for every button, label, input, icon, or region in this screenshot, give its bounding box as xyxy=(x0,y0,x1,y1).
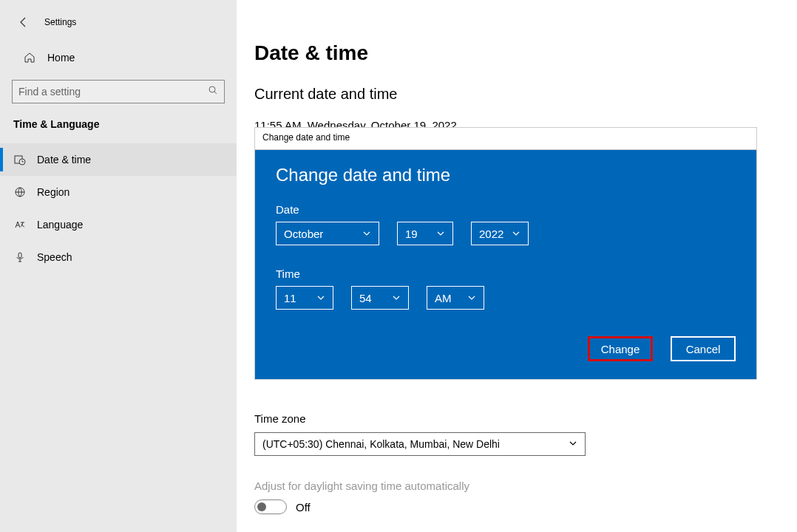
toggle-knob xyxy=(257,502,266,511)
month-value: October xyxy=(284,228,323,240)
ampm-value: AM xyxy=(435,292,452,304)
microphone-icon xyxy=(13,251,27,263)
dialog-heading: Change date and time xyxy=(276,165,736,185)
search-input[interactable] xyxy=(18,86,208,98)
search-box[interactable] xyxy=(12,80,225,103)
nav-item-region[interactable]: Region xyxy=(0,176,237,208)
chevron-down-icon xyxy=(316,292,325,304)
nav-label: Date & time xyxy=(37,154,91,166)
nav-label: Language xyxy=(37,219,83,231)
chevron-down-icon xyxy=(467,292,476,304)
globe-icon xyxy=(13,186,27,198)
language-icon xyxy=(13,219,27,231)
current-date-time-heading: Current date and time xyxy=(254,86,773,103)
home-label: Home xyxy=(47,52,75,64)
dialog-body: Change date and time Date October 19 202… xyxy=(255,150,756,379)
year-value: 2022 xyxy=(479,228,503,240)
timezone-value: (UTC+05:30) Chennai, Kolkata, Mumbai, Ne… xyxy=(262,438,500,450)
time-row: 11 54 AM xyxy=(276,286,736,310)
calendar-clock-icon xyxy=(13,154,27,166)
chevron-down-icon xyxy=(392,292,401,304)
daylight-label: Adjust for daylight saving time automati… xyxy=(254,480,773,492)
chevron-down-icon xyxy=(569,438,577,450)
cancel-button[interactable]: Cancel xyxy=(671,336,736,361)
page-title: Date & time xyxy=(254,41,773,65)
minute-select[interactable]: 54 xyxy=(351,286,409,310)
year-select[interactable]: 2022 xyxy=(471,222,529,245)
nav-label: Speech xyxy=(37,251,72,263)
nav-item-date-time[interactable]: Date & time xyxy=(0,143,237,176)
hour-value: 11 xyxy=(284,292,296,304)
main-content: Date & time Current date and time 11:55 … xyxy=(237,0,797,532)
section-label: Time & Language xyxy=(0,118,237,130)
month-select[interactable]: October xyxy=(276,222,379,245)
svg-rect-4 xyxy=(18,253,21,258)
hour-select[interactable]: 11 xyxy=(276,286,333,310)
daylight-section: Adjust for daylight saving time automati… xyxy=(254,480,773,514)
header-row: Settings xyxy=(0,9,237,35)
change-date-time-dialog: Change date and time Change date and tim… xyxy=(254,127,757,380)
timezone-label: Time zone xyxy=(254,412,773,425)
sidebar: Settings Home Time & Language Date & tim… xyxy=(0,0,237,532)
time-label: Time xyxy=(276,267,736,280)
dialog-actions: Change Cancel xyxy=(276,336,736,361)
daylight-toggle[interactable] xyxy=(254,499,287,514)
nav-item-language[interactable]: Language xyxy=(0,208,237,241)
nav-item-speech[interactable]: Speech xyxy=(0,241,237,273)
home-link[interactable]: Home xyxy=(0,43,237,72)
nav-list: Date & time Region Language Speech xyxy=(0,143,237,273)
date-label: Date xyxy=(276,203,736,216)
day-value: 19 xyxy=(405,228,418,240)
date-row: October 19 2022 xyxy=(276,222,736,245)
minute-value: 54 xyxy=(359,292,372,304)
daylight-toggle-row: Off xyxy=(254,499,773,514)
change-button[interactable]: Change xyxy=(588,336,653,361)
day-select[interactable]: 19 xyxy=(397,222,453,245)
daylight-state: Off xyxy=(296,501,311,514)
chevron-down-icon xyxy=(362,228,371,240)
back-button[interactable] xyxy=(12,10,35,34)
search-icon xyxy=(208,85,218,98)
nav-label: Region xyxy=(37,186,69,198)
below-dialog-area: Time zone (UTC+05:30) Chennai, Kolkata, … xyxy=(254,412,773,532)
home-icon xyxy=(24,52,37,64)
svg-point-0 xyxy=(209,86,215,92)
chevron-down-icon xyxy=(436,228,445,240)
ampm-select[interactable]: AM xyxy=(427,286,484,310)
settings-title: Settings xyxy=(44,17,76,27)
chevron-down-icon xyxy=(512,228,520,240)
dialog-titlebar: Change date and time xyxy=(255,128,756,150)
timezone-select[interactable]: (UTC+05:30) Chennai, Kolkata, Mumbai, Ne… xyxy=(254,432,586,456)
